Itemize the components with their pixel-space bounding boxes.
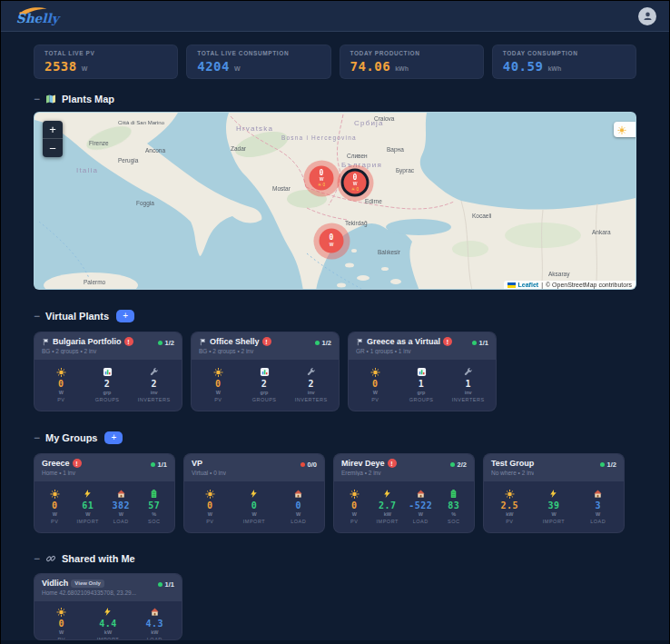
sun-icon	[370, 367, 380, 377]
battery-icon	[448, 489, 458, 499]
my-groups-section-header: − My Groups +	[34, 431, 636, 444]
shelly-logo[interactable]: Shelly	[14, 5, 72, 27]
svg-text:Kocaeli: Kocaeli	[472, 213, 491, 219]
soc-stat: 57 % SOC	[139, 489, 170, 524]
svg-text:Shelly: Shelly	[16, 11, 62, 26]
load-stat: 3 W LOAD	[583, 489, 614, 524]
shared-plant-card[interactable]: Vidlich View Only Home 42.68021094335708…	[34, 573, 182, 640]
group-card[interactable]: Test Group No where • 2 inv 1/2 2.5 kW	[483, 453, 625, 533]
pv-stat: 0 W PV	[39, 489, 70, 524]
stat-label: TODAY CONSUMPTION	[503, 50, 626, 56]
stat-unit: kWh	[395, 65, 409, 72]
flag-icon	[42, 338, 50, 346]
plants-map[interactable]: Hrvatska Bosna i Hercegovina Србија Бълг…	[34, 112, 636, 290]
collapse-icon[interactable]: −	[34, 553, 40, 564]
sun-icon	[50, 489, 60, 499]
group-card[interactable]: Mirev Deye ! Eremiya • 2 inv 2/2 0 W	[333, 453, 475, 533]
sun-icon	[350, 489, 360, 499]
status-badge: 1/1	[472, 339, 488, 347]
app-header: Shelly	[1, 1, 669, 32]
svg-text:Palermo: Palermo	[84, 279, 106, 285]
map-marker-plant[interactable]: 0 W ☀ 0	[310, 166, 334, 191]
section-title: Virtual Plants	[45, 311, 109, 322]
view-only-badge: View Only	[71, 580, 104, 588]
wrench-icon	[463, 367, 473, 377]
stat-value: 40.59	[503, 59, 544, 74]
sun-icon	[56, 367, 66, 377]
status-dot	[301, 462, 305, 467]
alert-badge: !	[388, 459, 397, 468]
bolt-icon	[83, 489, 93, 499]
virtual-plant-card[interactable]: Bulgaria Portfolio ! BG • 2 groups • 2 i…	[34, 332, 182, 411]
collapse-icon[interactable]: −	[34, 94, 40, 104]
stat-card-today-production: TODAY PRODUCTION 74.06 kWh	[340, 45, 484, 79]
user-menu-button[interactable]	[638, 7, 656, 25]
svg-text:Варна: Варна	[387, 146, 404, 154]
leaflet-link[interactable]: Leaflet	[518, 282, 539, 288]
map-canvas[interactable]: Hrvatska Bosna i Hercegovina Србија Бълг…	[34, 113, 636, 290]
status-badge: 1/1	[158, 580, 174, 589]
map-marker-plant[interactable]: 0 W	[320, 229, 344, 253]
card-subtitle: Virtual • 0 inv	[192, 470, 226, 476]
flag-icon	[356, 338, 364, 346]
alert-badge: !	[262, 337, 271, 346]
load-stat: 4.3 kW LOAD	[139, 607, 170, 640]
battery-icon	[149, 489, 159, 499]
status-dot	[158, 582, 163, 587]
status-badge: 1/2	[315, 339, 331, 347]
group-card[interactable]: VP Virtual • 0 inv 0/0 0 W PV	[183, 453, 325, 533]
map-marker-plant-selected[interactable]: 0 W ☀ 0	[341, 169, 369, 197]
import-stat: 39 W IMPORT	[538, 489, 569, 524]
bolt-icon	[103, 607, 113, 617]
stat-card-total-live-consumption: TOTAL LIVE CONSUMPTION 4204 W	[186, 45, 330, 79]
svg-text:Aksaray: Aksaray	[548, 271, 570, 278]
svg-text:Edirne: Edirne	[365, 198, 382, 204]
import-stat: 4.4 kW IMPORT	[93, 607, 123, 640]
ukraine-flag-icon	[507, 282, 516, 288]
import-stat: 61 W IMPORT	[73, 489, 103, 524]
pv-stat: 0 W PV	[46, 607, 77, 640]
add-virtual-plant-button[interactable]: +	[116, 310, 134, 322]
map-zoom-in-button[interactable]: +	[43, 121, 63, 139]
status-dot	[151, 462, 155, 467]
svg-text:Hrvatska: Hrvatska	[236, 124, 273, 133]
svg-text:Balıkesir: Balıkesir	[378, 249, 401, 255]
map-attribution: Leaflet | © OpenStreetMap contributors	[504, 281, 636, 289]
svg-text:Foggia: Foggia	[136, 200, 154, 207]
pv-stat: 0 W PV	[45, 367, 76, 402]
status-badge: 0/0	[301, 461, 317, 469]
import-stat: 0 W IMPORT	[239, 489, 270, 524]
virtual-plant-card[interactable]: Greece as a Virtual ! GR • 1 groups • 1 …	[348, 332, 497, 411]
stat-label: TOTAL LIVE CONSUMPTION	[197, 50, 320, 56]
map-zoom-control: + −	[43, 121, 63, 157]
sun-icon	[213, 367, 223, 377]
stat-unit: W	[234, 65, 241, 72]
virtual-plant-card[interactable]: Office Shelly ! BG • 2 groups • 2 inv 1/…	[191, 332, 340, 411]
group-card[interactable]: Greece ! Home • 1 inv 1/1 0 W	[34, 453, 175, 533]
status-badge: 1/1	[151, 461, 167, 469]
map-layers-control[interactable]	[614, 122, 636, 137]
add-group-button[interactable]: +	[104, 431, 123, 444]
footer-strip	[1, 640, 669, 644]
status-badge: 2/2	[450, 461, 467, 469]
groups-stat: 2 grp GROUPS	[92, 367, 123, 402]
chart-icon	[260, 367, 270, 377]
stat-card-today-consumption: TODAY CONSUMPTION 40.59 kWh	[492, 45, 636, 79]
svg-text:Perugia: Perugia	[118, 157, 139, 164]
plants-map-section-header: − Plants Map	[34, 94, 636, 104]
house-icon	[293, 489, 303, 499]
stats-row: TOTAL LIVE PV 2538 W TOTAL LIVE CONSUMPT…	[34, 45, 636, 79]
link-icon	[45, 553, 56, 564]
svg-text:Tekirdağ: Tekirdağ	[345, 220, 368, 227]
stat-value: 74.06	[350, 59, 391, 74]
svg-text:Бургас: Бургас	[396, 167, 415, 174]
house-icon	[416, 489, 426, 499]
pv-stat: 0 W PV	[194, 489, 225, 524]
collapse-icon[interactable]: −	[34, 432, 40, 443]
map-zoom-out-button[interactable]: −	[43, 139, 63, 157]
inverters-stat: 2 inv INVERTERS	[138, 367, 171, 402]
osm-attribution[interactable]: © OpenStreetMap contributors	[546, 282, 632, 288]
collapse-icon[interactable]: −	[34, 311, 40, 322]
virtual-plants-row: Bulgaria Portfolio ! BG • 2 groups • 2 i…	[34, 332, 636, 411]
stat-unit: W	[82, 65, 88, 72]
